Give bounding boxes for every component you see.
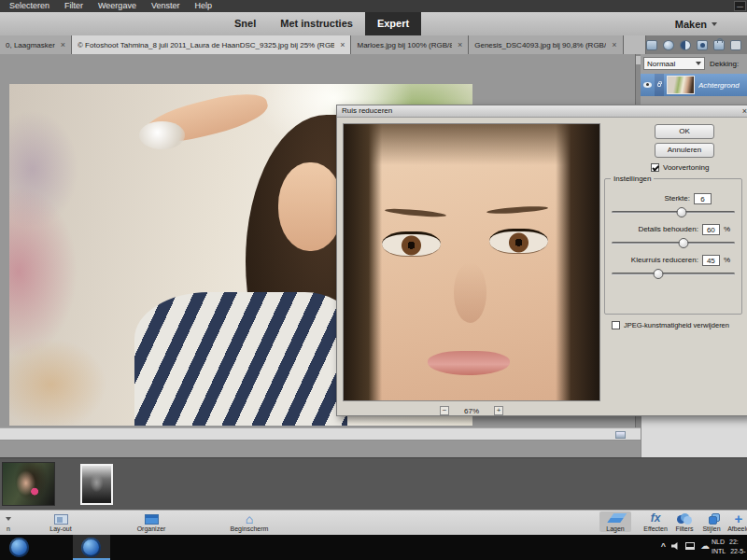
photo-face: [278, 162, 343, 251]
zoom-in-button[interactable]: +: [494, 406, 503, 415]
clock-date: 22-5-: [730, 547, 745, 556]
mode-bar: Snel Met instructies Expert Maken: [0, 12, 747, 35]
settings-group-label: Instellingen: [611, 175, 654, 183]
system-tray: ^ ☁: [661, 541, 710, 551]
taskbar-app-icon-2: [81, 538, 101, 557]
slider-thumb[interactable]: [654, 269, 664, 279]
ok-button[interactable]: OK: [655, 124, 714, 139]
layers-button[interactable]: Lagen: [599, 511, 631, 532]
cancel-button[interactable]: Annuleren: [655, 143, 714, 158]
noise-preview-image[interactable]: [343, 123, 600, 401]
styles-label: Stijlen: [702, 525, 720, 532]
preview-checkbox-row[interactable]: Voorvertoning: [651, 163, 709, 172]
strength-label: Sterkte:: [664, 194, 690, 203]
dialog-title: Ruis reduceren: [342, 106, 392, 115]
home-screen-button[interactable]: ⌂ Beginscherm: [222, 511, 276, 532]
close-icon[interactable]: ×: [61, 40, 65, 49]
taskbar-app-active[interactable]: [73, 535, 110, 560]
close-icon[interactable]: ×: [742, 105, 747, 117]
blend-mode-select[interactable]: Normaal: [643, 57, 705, 70]
plus-icon: +: [735, 512, 743, 525]
jpeg-checkbox-row[interactable]: JPEG-kunstmatigheid verwijderen: [612, 321, 729, 329]
new-fill-layer-icon[interactable]: [663, 40, 674, 50]
organizer-button[interactable]: Organizer: [127, 511, 176, 532]
layer-mask-icon[interactable]: [697, 40, 708, 50]
home-label: Beginscherm: [231, 525, 269, 532]
dialog-title-bar[interactable]: Ruis reduceren ×: [337, 105, 747, 118]
volume-icon[interactable]: [671, 542, 680, 550]
doc-tab-laagmasker[interactable]: 0, Laagmasker(8) * ×: [0, 35, 72, 54]
preview-checkbox[interactable]: [651, 163, 659, 172]
document-tab-bar: 0, Laagmasker(8) * × © Fotoshoot Tahmina…: [0, 35, 747, 54]
photo-bin-thumbnail-1[interactable]: [2, 462, 55, 506]
doc-tab-title: Marloes.jpg bij 100% (RGB/8*): [357, 41, 451, 49]
close-icon[interactable]: ×: [340, 40, 345, 49]
language-indicator: NLD: [712, 538, 725, 547]
minimize-button[interactable]: —: [734, 1, 746, 11]
status-bar-icon[interactable]: [615, 431, 626, 439]
horizontal-scrollbar[interactable]: [0, 427, 641, 441]
details-input[interactable]: 60: [702, 224, 720, 235]
zoom-out-button[interactable]: −: [440, 406, 449, 415]
taskbar-app-icon-1[interactable]: [9, 538, 29, 557]
zoom-level: 67%: [464, 407, 479, 415]
opacity-label: Dekking:: [710, 60, 739, 68]
layer-row-achtergrond[interactable]: Achtergrond: [641, 74, 747, 96]
slider-track[interactable]: [612, 273, 735, 275]
doc-tab-fotoshoot[interactable]: © Fotoshoot Tahmina_8 juli 2011_Laura de…: [72, 35, 351, 54]
color-noise-input[interactable]: 45: [702, 255, 720, 266]
cloud-icon[interactable]: ☁: [700, 541, 710, 551]
strength-slider[interactable]: [612, 206, 735, 218]
slider-thumb[interactable]: [677, 207, 687, 217]
layer-thumbnail[interactable]: [667, 76, 695, 94]
maken-button[interactable]: Maken: [675, 12, 717, 35]
visibility-eye-icon[interactable]: [643, 82, 652, 88]
details-slider[interactable]: [612, 237, 735, 249]
filters-button[interactable]: Filters: [669, 511, 700, 532]
jpeg-checkbox-label: JPEG-kunstmatigheid verwijderen: [624, 321, 729, 329]
lock-icon[interactable]: [713, 40, 725, 50]
photoshop-elements-window: Selecteren Filter Weergave Venster Help …: [0, 0, 747, 560]
slider-track[interactable]: [612, 211, 735, 214]
more-label: Afbeeld: [727, 525, 747, 532]
menu-selecteren[interactable]: Selecteren: [3, 0, 56, 12]
tab-met-instructies[interactable]: Met instructies: [268, 12, 365, 35]
jpeg-checkbox[interactable]: [612, 321, 620, 329]
taskbar-clock[interactable]: NLD22: INTL22-5-: [712, 538, 747, 556]
color-noise-slider[interactable]: [612, 268, 735, 280]
filters-icon: [677, 513, 692, 525]
doc-tab-title: © Fotoshoot Tahmina_8 juli 2011_Laura de…: [78, 41, 334, 49]
preview-eyebrow: [486, 205, 548, 216]
layer-lock-icon: [657, 83, 661, 87]
preview-lips: [428, 351, 510, 376]
more-panels-button[interactable]: + Afbeeld: [725, 511, 747, 532]
tray-chevron-icon[interactable]: ^: [661, 541, 666, 551]
photo-bracelet: [139, 121, 186, 148]
tab-expert[interactable]: Expert: [365, 12, 421, 35]
adjustment-layer-icon[interactable]: [680, 40, 691, 50]
doc-tab-marloes[interactable]: Marloes.jpg bij 100% (RGB/8*) ×: [351, 35, 469, 54]
photo-bin-thumbnail-2[interactable]: [80, 464, 113, 505]
new-layer-icon[interactable]: [646, 40, 657, 50]
preview-checkbox-label: Voorvertoning: [663, 163, 709, 172]
slider-track[interactable]: [612, 242, 735, 245]
menu-help[interactable]: Help: [188, 0, 218, 12]
display-icon[interactable]: [685, 542, 695, 550]
color-noise-label: Kleurruis reduceren:: [631, 256, 698, 264]
menu-weergave[interactable]: Weergave: [92, 0, 143, 12]
doc-tab-title: Genesis_DSC4093.jpg bij 90,8% (RGB/8*): [474, 41, 606, 49]
rotate-button[interactable]: n: [2, 511, 15, 532]
doc-tab-genesis[interactable]: Genesis_DSC4093.jpg bij 90,8% (RGB/8*) ×: [469, 35, 623, 54]
close-icon[interactable]: ×: [612, 40, 616, 49]
close-icon[interactable]: ×: [458, 40, 462, 49]
layers-panel-empty-area: [641, 415, 747, 457]
slider-thumb[interactable]: [678, 238, 688, 248]
menu-filter[interactable]: Filter: [58, 0, 90, 12]
tab-snel[interactable]: Snel: [222, 12, 268, 35]
styles-button[interactable]: Stijlen: [697, 511, 726, 532]
strength-input[interactable]: 6: [694, 193, 712, 204]
chevron-down-icon: [712, 22, 717, 26]
menu-venster[interactable]: Venster: [145, 0, 187, 12]
delete-layer-icon[interactable]: [730, 40, 741, 50]
layout-button[interactable]: Lay-out: [39, 511, 82, 532]
